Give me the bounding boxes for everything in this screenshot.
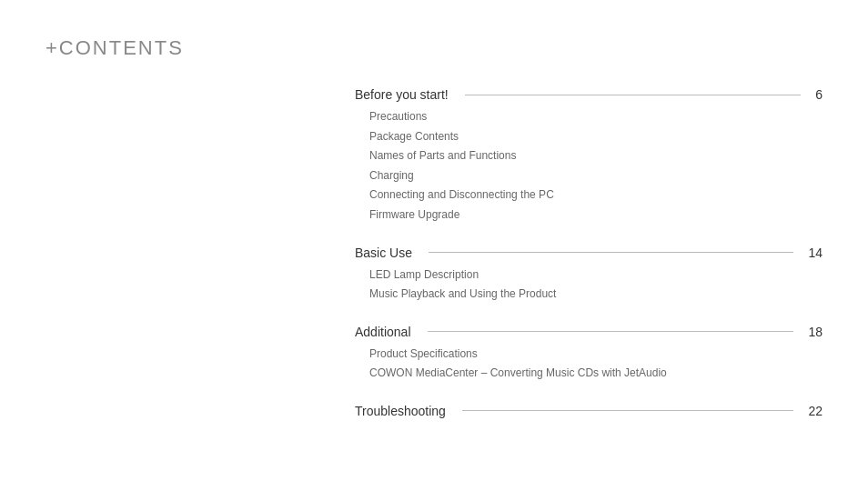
section-header-basic-use: Basic Use14 bbox=[355, 246, 823, 260]
section-header-additional: Additional18 bbox=[355, 325, 823, 339]
section-items-additional: Product SpecificationsCOWON MediaCenter … bbox=[355, 345, 823, 384]
section-items-before-you-start: PrecautionsPackage ContentsNames of Part… bbox=[355, 107, 823, 225]
page: +CONTENTS Before you start!6PrecautionsP… bbox=[0, 0, 868, 491]
section-title-before-you-start: Before you start! bbox=[355, 87, 449, 102]
title-text: CONTENTS bbox=[59, 36, 184, 59]
section-page-basic-use: 14 bbox=[808, 246, 823, 260]
section-before-you-start: Before you start!6PrecautionsPackage Con… bbox=[355, 87, 823, 225]
section-line-before-you-start bbox=[465, 95, 801, 95]
list-item: Package Contents bbox=[369, 127, 823, 147]
section-header-troubleshooting: Troubleshooting22 bbox=[355, 404, 823, 418]
section-title-basic-use: Basic Use bbox=[355, 246, 412, 260]
list-item: Connecting and Disconnecting the PC bbox=[369, 185, 823, 205]
section-page-before-you-start: 6 bbox=[815, 87, 823, 102]
list-item: Charging bbox=[369, 166, 823, 186]
section-additional: Additional18Product SpecificationsCOWON … bbox=[355, 325, 823, 384]
list-item: LED Lamp Description bbox=[369, 266, 823, 286]
section-page-additional: 18 bbox=[808, 325, 823, 339]
section-line-troubleshooting bbox=[462, 410, 794, 411]
list-item: Firmware Upgrade bbox=[369, 205, 823, 225]
section-title-additional: Additional bbox=[355, 325, 411, 339]
section-title-troubleshooting: Troubleshooting bbox=[355, 404, 446, 418]
list-item: Names of Parts and Functions bbox=[369, 146, 823, 166]
title-prefix: + bbox=[45, 36, 59, 59]
list-item: Music Playback and Using the Product bbox=[369, 285, 823, 305]
list-item: COWON MediaCenter – Converting Music CDs… bbox=[369, 364, 823, 384]
page-title: +CONTENTS bbox=[45, 36, 823, 60]
section-line-additional bbox=[428, 331, 794, 332]
section-header-before-you-start: Before you start!6 bbox=[355, 87, 823, 102]
section-basic-use: Basic Use14LED Lamp DescriptionMusic Pla… bbox=[355, 246, 823, 305]
section-troubleshooting: Troubleshooting22 bbox=[355, 404, 823, 418]
list-item: Precautions bbox=[369, 107, 823, 127]
contents-area: Before you start!6PrecautionsPackage Con… bbox=[45, 87, 823, 418]
list-item: Product Specifications bbox=[369, 345, 823, 365]
section-items-basic-use: LED Lamp DescriptionMusic Playback and U… bbox=[355, 266, 823, 305]
section-line-basic-use bbox=[429, 252, 793, 253]
section-page-troubleshooting: 22 bbox=[808, 404, 823, 418]
